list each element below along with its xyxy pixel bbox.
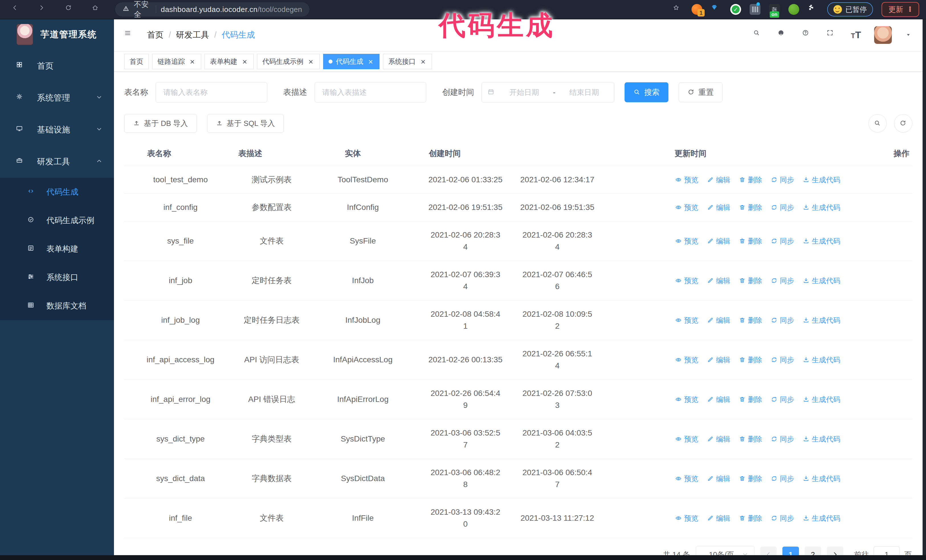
search-button[interactable]: 搜索	[625, 82, 669, 102]
preview-link[interactable]: 预览	[675, 203, 698, 212]
refresh-table-button[interactable]	[894, 114, 912, 133]
import-db-button[interactable]: 基于 DB 导入	[124, 114, 197, 133]
extension-orange-icon[interactable]: 1	[691, 4, 702, 15]
sync-link[interactable]: 同步	[771, 315, 794, 325]
goto-input[interactable]	[873, 546, 900, 555]
browser-update-button[interactable]: 更新	[882, 2, 919, 17]
edit-link[interactable]: 编辑	[707, 355, 730, 365]
close-icon[interactable]	[419, 58, 427, 65]
extension-check-icon[interactable]: ✓	[730, 4, 741, 15]
sidebar-item-system-api[interactable]: 系统接口	[0, 263, 114, 292]
delete-link[interactable]: 删除	[739, 276, 762, 285]
generate-code-link[interactable]: 生成代码	[803, 276, 840, 285]
generate-code-link[interactable]: 生成代码	[803, 395, 840, 404]
preview-link[interactable]: 预览	[675, 513, 698, 523]
help-icon[interactable]	[802, 29, 814, 41]
edit-link[interactable]: 编辑	[707, 513, 730, 523]
import-sql-button[interactable]: 基于 SQL 导入	[207, 114, 284, 133]
sync-link[interactable]: 同步	[771, 203, 794, 212]
sidebar-item-codegen-example[interactable]: 代码生成示例	[0, 206, 114, 235]
sidebar-item-devtools[interactable]: 研发工具	[0, 146, 114, 178]
edit-link[interactable]: 编辑	[707, 175, 730, 184]
sync-link[interactable]: 同步	[771, 513, 794, 523]
fullscreen-icon[interactable]	[826, 29, 838, 41]
address-bar[interactable]: 不安全 dashboard.yudao.iocoder.cn/tool/code…	[115, 2, 309, 17]
sidebar-item-db-doc[interactable]: 数据库文档	[0, 292, 114, 320]
tab-home[interactable]: 首页	[124, 54, 149, 69]
breadcrumb-current[interactable]: 代码生成	[222, 29, 255, 41]
extensions-puzzle-icon[interactable]	[808, 4, 819, 15]
sync-link[interactable]: 同步	[771, 276, 794, 285]
breadcrumb-devtools[interactable]: 研发工具	[176, 29, 209, 41]
forward-icon[interactable]	[38, 4, 48, 15]
delete-link[interactable]: 删除	[739, 395, 762, 404]
sidebar-item-codegen[interactable]: 代码生成	[0, 178, 114, 206]
sidebar-logo-area[interactable]: 芋道管理系统	[0, 19, 114, 50]
toggle-search-button[interactable]	[869, 114, 887, 133]
breadcrumb-home[interactable]: 首页	[147, 29, 163, 41]
next-page-button[interactable]	[827, 546, 843, 555]
page-2-button[interactable]: 2	[805, 546, 821, 555]
sidebar-item-form-builder[interactable]: 表单构建	[0, 235, 114, 263]
sync-link[interactable]: 同步	[771, 435, 794, 444]
delete-link[interactable]: 删除	[739, 474, 762, 483]
preview-link[interactable]: 预览	[675, 474, 698, 483]
browser-home-icon[interactable]	[92, 4, 102, 15]
page-size-select[interactable]: 10条/页	[696, 546, 755, 555]
tab-codegen-example[interactable]: 代码生成示例	[257, 54, 320, 69]
generate-code-link[interactable]: 生成代码	[803, 236, 840, 246]
delete-link[interactable]: 删除	[739, 355, 762, 365]
delete-link[interactable]: 删除	[739, 435, 762, 444]
table-name-input[interactable]	[156, 82, 267, 103]
generate-code-link[interactable]: 生成代码	[803, 513, 840, 523]
generate-code-link[interactable]: 生成代码	[803, 175, 840, 184]
sidebar-item-infra[interactable]: 基础设施	[0, 114, 114, 146]
avatar[interactable]	[874, 26, 892, 44]
extension-proxy-icon[interactable]: on	[769, 4, 780, 15]
generate-code-link[interactable]: 生成代码	[803, 435, 840, 444]
tab-codegen-active[interactable]: 代码生成	[323, 54, 380, 69]
tab-form-builder[interactable]: 表单构建	[204, 54, 254, 69]
preview-link[interactable]: 预览	[675, 315, 698, 325]
back-icon[interactable]	[11, 4, 22, 15]
reload-icon[interactable]	[65, 4, 75, 15]
sync-link[interactable]: 同步	[771, 474, 794, 483]
hamburger-icon[interactable]	[124, 30, 135, 41]
extension-columns-icon[interactable]	[750, 4, 761, 15]
preview-link[interactable]: 预览	[675, 395, 698, 404]
delete-link[interactable]: 删除	[739, 513, 762, 523]
delete-link[interactable]: 删除	[739, 315, 762, 325]
bookmark-star-icon[interactable]	[673, 4, 683, 15]
sidebar-item-home[interactable]: 首页	[0, 50, 114, 82]
browser-menu-dots-icon[interactable]	[906, 6, 914, 13]
edit-link[interactable]: 编辑	[707, 474, 730, 483]
profile-paused-pill[interactable]: 已暂停	[827, 2, 873, 17]
close-icon[interactable]	[188, 58, 196, 65]
delete-link[interactable]: 删除	[739, 236, 762, 246]
generate-code-link[interactable]: 生成代码	[803, 203, 840, 212]
delete-link[interactable]: 删除	[739, 175, 762, 184]
sync-link[interactable]: 同步	[771, 355, 794, 365]
sync-link[interactable]: 同步	[771, 395, 794, 404]
extension-tampermonkey-icon[interactable]	[788, 4, 799, 15]
delete-link[interactable]: 删除	[739, 203, 762, 212]
edit-link[interactable]: 编辑	[707, 315, 730, 325]
search-icon[interactable]	[753, 29, 764, 41]
sync-link[interactable]: 同步	[771, 236, 794, 246]
preview-link[interactable]: 预览	[675, 175, 698, 184]
edit-link[interactable]: 编辑	[707, 395, 730, 404]
generate-code-link[interactable]: 生成代码	[803, 315, 840, 325]
caret-down-icon[interactable]	[905, 31, 912, 39]
tab-tracing[interactable]: 链路追踪	[152, 54, 201, 69]
close-icon[interactable]	[307, 58, 314, 65]
window-scrollbar[interactable]	[923, 19, 926, 560]
preview-link[interactable]: 预览	[675, 276, 698, 285]
edit-link[interactable]: 编辑	[707, 236, 730, 246]
font-size-icon[interactable]: TT	[851, 29, 861, 41]
edit-link[interactable]: 编辑	[707, 435, 730, 444]
preview-link[interactable]: 预览	[675, 435, 698, 444]
preview-link[interactable]: 预览	[675, 355, 698, 365]
preview-link[interactable]: 预览	[675, 236, 698, 246]
sync-link[interactable]: 同步	[771, 175, 794, 184]
prev-page-button[interactable]	[760, 546, 777, 555]
